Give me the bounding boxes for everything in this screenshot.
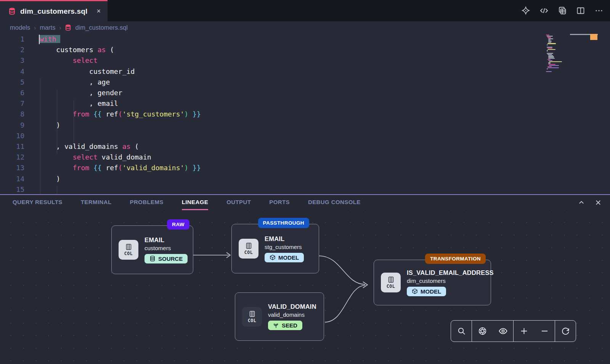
node-model-name: dim_customers [407,278,494,284]
copy-table-icon[interactable] [557,6,567,16]
minus-button[interactable] [534,321,555,342]
minimap-line [546,71,552,72]
code-line-3: 3 select [0,55,610,66]
editor-tab-dim-customers[interactable]: dim_customers.sql × [0,0,108,21]
lineage-badge-transformation: TRANSFORMATION [425,254,486,264]
node-column-name: VALID_DOMAIN [268,303,316,310]
panel-tab-debug-console[interactable]: DEBUG CONSOLE [308,195,361,210]
line-number: 8 [0,109,24,120]
code-editor[interactable]: 1with 2 customers as (3 select4 customer… [0,34,610,194]
panel-tab-lineage[interactable]: LINEAGE [182,195,208,210]
panel-tab-query-results[interactable]: QUERY RESULTS [13,195,63,210]
extension-pinwheel-icon[interactable] [521,6,531,16]
line-number: 15 [0,184,24,194]
panel-close-icon[interactable] [595,199,602,206]
minimap-line [548,38,553,39]
code-line-7: 7 , email [0,98,610,109]
column-icon: COL [239,239,258,259]
edge-stg-to-dim [319,256,365,284]
panel-tab-problems[interactable]: PROBLEMS [130,195,163,210]
edge-arrowhead [226,252,230,258]
breadcrumb-item-dim-customers-sql[interactable]: dim_customers.sql [75,24,128,31]
line-number: 6 [0,88,24,98]
tab-close-icon[interactable]: × [96,7,101,15]
minimap-line [547,54,552,55]
minimap-line [547,48,552,49]
minimap-line [547,53,553,54]
line-text: ) [40,174,60,184]
minimap-line [548,58,555,59]
line-number: 14 [0,174,24,184]
line-number: 5 [0,77,24,88]
minimap-line [547,37,551,38]
lineage-node-dim_customers[interactable]: TRANSFORMATIONCOLIS_VALID_EMAIL_ADDRESSd… [374,260,491,305]
minimap-line [547,69,548,69]
node-type-badge-source: SOURCE [144,254,188,263]
node-model-name: valid_domains [268,311,316,318]
minimap[interactable] [546,35,586,72]
node-model-name: stg_customers [265,244,304,250]
minimap-line [548,55,553,56]
minimap-line [547,45,548,45]
more-icon[interactable] [594,6,604,16]
toolbar-group [555,321,576,342]
node-column-name: IS_VALID_EMAIL_ADDRESS [407,269,494,276]
code-line-4: 4 customer_id [0,66,610,77]
minimap-line [547,47,552,48]
line-number: 7 [0,98,24,109]
selected-text: with [40,35,60,43]
minimap-line [548,41,552,42]
edge-seed-to-dim [325,285,365,322]
minimap-line [547,43,556,44]
code-icon[interactable] [539,6,549,16]
line-text: select [40,55,98,66]
panel-tab-terminal[interactable]: TERMINAL [81,195,112,210]
code-line-6: 6 , gender [0,88,610,98]
node-type-badge-model: MODEL [407,287,446,296]
minimap-line [546,35,549,35]
code-line-12: 12 select valid_domain [0,152,610,163]
panel-tab-output[interactable]: OUTPUT [226,195,251,210]
eye-button[interactable] [493,321,513,342]
minimap-line [549,61,562,62]
panel-tab-ports[interactable]: PORTS [269,195,290,210]
lineage-node-stg_customers[interactable]: PASSTHROUGHCOLEMAILstg_customersMODEL [231,224,319,273]
toolbar-group [472,321,514,342]
line-text: select valid_domain [40,152,151,163]
aperture-button[interactable] [472,321,493,342]
titlebar-actions [521,0,604,21]
node-type-badge-seed: SEED [268,321,302,330]
breadcrumb-item-models[interactable]: models [10,24,30,31]
column-icon: COL [242,307,262,327]
lineage-badge-raw: RAW [167,219,189,230]
lineage-node-valid_domains[interactable]: COLVALID_DOMAINvalid_domainsSEED [235,292,324,341]
breadcrumb-item-marts[interactable]: marts [40,24,55,31]
minimap-line [547,36,553,37]
code-line-5: 5 , age [0,77,610,88]
breadcrumb-separator: › [59,24,61,31]
tab-title: dim_customers.sql [20,7,92,16]
node-column-name: EMAIL [144,236,188,244]
lineage-node-customers[interactable]: RAWCOLEMAILcustomersSOURCE [111,225,193,274]
line-text: with [40,34,60,45]
minimap-line [547,66,552,67]
split-editor-icon[interactable] [576,6,586,16]
search-button[interactable] [451,321,472,342]
breadcrumb-separator: › [34,24,36,31]
refresh-button[interactable] [555,321,576,342]
minimap-line [548,56,554,57]
breadcrumb: models›marts›dim_customers.sql [0,21,610,34]
lineage-canvas[interactable]: RAWCOLEMAILcustomersSOURCEPASSTHROUGHCOL… [0,210,610,364]
line-number: 1 [0,34,24,45]
minimap-line [547,67,559,68]
minimap-line [547,49,555,50]
plus-button[interactable] [514,321,534,342]
panel-collapse-icon[interactable] [578,199,585,206]
node-column-name: EMAIL [265,235,304,243]
minimap-line [547,50,548,51]
line-text: , valid_domains as ( [40,141,139,152]
minimap-line [548,40,551,40]
tab-strip: dim_customers.sql × [0,0,610,21]
code-line-14: 14 ) [0,174,610,184]
minimap-line [548,42,551,43]
